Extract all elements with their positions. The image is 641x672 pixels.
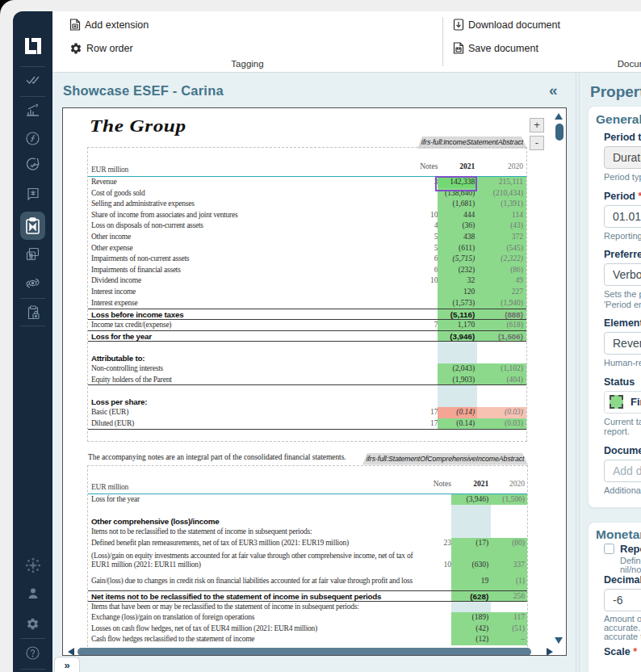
scroll-down-arrow[interactable] bbox=[555, 637, 563, 644]
value-2021[interactable]: 444 bbox=[438, 210, 477, 221]
sidebar-item-formula[interactable] bbox=[13, 128, 52, 149]
value-2020[interactable]: 227 bbox=[477, 287, 526, 298]
value-2021[interactable]: (628) bbox=[451, 591, 491, 601]
value-2020[interactable]: 215,111 bbox=[477, 177, 526, 188]
element-label-input[interactable]: Revenue bbox=[604, 332, 641, 355]
value-2020[interactable]: (1) bbox=[491, 576, 527, 590]
sidebar-item-clipboard-lock[interactable] bbox=[13, 302, 52, 323]
value-2020[interactable]: – bbox=[491, 634, 527, 645]
panel-splitter[interactable] bbox=[576, 73, 576, 672]
zoom-out-button[interactable]: - bbox=[530, 136, 544, 150]
value-2020[interactable]: (80) bbox=[491, 538, 527, 549]
value-2020[interactable]: (545) bbox=[477, 243, 526, 254]
value-2021[interactable]: 438 bbox=[438, 232, 477, 243]
value-2020[interactable]: 49 bbox=[477, 275, 526, 287]
value-2021[interactable]: (3,946) bbox=[451, 494, 491, 506]
value-2020[interactable]: 117 bbox=[491, 612, 527, 624]
save-document-button[interactable]: Save document bbox=[453, 42, 538, 54]
scroll-up-arrow[interactable] bbox=[555, 113, 563, 120]
documentation-input[interactable]: Add documentation bbox=[604, 460, 641, 482]
panel-splitter[interactable] bbox=[579, 73, 580, 672]
value-2020[interactable]: (86) bbox=[477, 265, 526, 276]
value-2021[interactable]: (0.14) bbox=[438, 418, 477, 429]
value-2021[interactable]: (611) bbox=[438, 243, 477, 254]
value-2020[interactable]: (2,322) bbox=[477, 254, 526, 265]
vertical-scrollbar-thumb[interactable] bbox=[555, 124, 563, 141]
period-type-input[interactable]: Duration bbox=[604, 146, 641, 169]
value-2021[interactable]: (2,043) bbox=[438, 363, 477, 375]
value-2021[interactable]: (5,116) bbox=[438, 309, 477, 319]
row-notes bbox=[422, 527, 451, 538]
value-2021[interactable]: (1,903) bbox=[438, 375, 477, 385]
value-2021[interactable]: (12) bbox=[451, 634, 491, 645]
row-label: Cost of goods sold bbox=[88, 188, 413, 200]
preferred-label-select[interactable]: Verbose bbox=[604, 263, 641, 286]
value-2021[interactable]: (630) bbox=[451, 548, 491, 570]
value-2021[interactable]: (3,946) bbox=[438, 331, 477, 341]
zoom-in-button[interactable]: + bbox=[530, 118, 544, 132]
value-2021[interactable]: (138,640) bbox=[438, 188, 477, 200]
sidebar-item-tagged-document[interactable] bbox=[13, 216, 52, 237]
value-2021[interactable]: (36) bbox=[438, 220, 477, 232]
sidebar-item-print-copy[interactable] bbox=[13, 243, 52, 264]
unit-header: EUR million bbox=[88, 165, 413, 176]
value-2020[interactable]: (618) bbox=[477, 320, 526, 331]
value-2021[interactable]: 32 bbox=[438, 275, 477, 287]
value-2021[interactable]: 19 bbox=[451, 576, 491, 590]
report-as-nil-checkbox[interactable] bbox=[604, 544, 614, 554]
value-2020[interactable]: (404) bbox=[477, 375, 526, 385]
value-2021[interactable]: (189) bbox=[451, 612, 491, 624]
tag-chip-comprehensive-income[interactable]: ifrs-full:StatementOfComprehensiveIncome… bbox=[362, 453, 528, 465]
value-2020[interactable]: 256 bbox=[491, 591, 527, 601]
value-2021[interactable]: 142,338 bbox=[438, 177, 477, 188]
period-input[interactable]: 01.01.2021 - 31.12.2021 bbox=[604, 205, 641, 228]
value-2020[interactable]: (888) bbox=[477, 309, 526, 319]
sidebar-divider bbox=[20, 326, 45, 326]
value-2020[interactable]: (1,940) bbox=[477, 298, 526, 309]
value-2020[interactable]: (0.03) bbox=[477, 418, 526, 429]
decimals-input[interactable]: -6 bbox=[604, 589, 641, 611]
bottom-panel-expander[interactable]: » bbox=[54, 657, 80, 672]
sidebar-item-ai-sparkle[interactable] bbox=[13, 555, 52, 576]
comprehensive-income-table: EUR millionNotes20212020Loss for the yea… bbox=[88, 479, 527, 645]
value-2020[interactable]: 372 bbox=[477, 232, 526, 243]
value-2020[interactable]: (1,391) bbox=[477, 199, 526, 210]
value-2021[interactable]: (5,715) bbox=[438, 254, 477, 265]
sidebar-item-settings-gear[interactable] bbox=[13, 613, 52, 634]
row-order-button[interactable]: Row order bbox=[69, 42, 133, 54]
value-2020[interactable]: 114 bbox=[477, 210, 526, 221]
sidebar-item-double-check[interactable] bbox=[13, 69, 52, 90]
value-2021[interactable]: 120 bbox=[438, 287, 477, 298]
scroll-left-arrow[interactable] bbox=[68, 648, 74, 656]
toolbar: Add extension Row order Tagging Download… bbox=[52, 11, 641, 73]
value-2020[interactable]: (1,506) bbox=[477, 331, 526, 341]
add-extension-button[interactable]: Add extension bbox=[69, 19, 149, 31]
value-2020[interactable]: (43) bbox=[477, 220, 526, 232]
sidebar-item-review-eye[interactable] bbox=[13, 272, 52, 293]
sidebar-item-comment-star[interactable] bbox=[13, 183, 52, 204]
sidebar-item-user[interactable] bbox=[13, 583, 52, 604]
value-2020[interactable]: (51) bbox=[491, 624, 527, 635]
value-2021[interactable]: (42) bbox=[451, 624, 491, 635]
download-document-button[interactable]: Download document bbox=[453, 19, 560, 31]
horizontal-scrollbar-thumb[interactable] bbox=[78, 648, 531, 656]
value-2020[interactable]: (1,102) bbox=[477, 363, 526, 375]
value-2021[interactable]: (1,681) bbox=[438, 199, 477, 210]
value-2020[interactable]: (1,506) bbox=[491, 494, 527, 506]
sidebar-item-gauge[interactable] bbox=[13, 153, 52, 174]
value-2020[interactable]: (0.03) bbox=[477, 407, 526, 418]
collapse-panel-icon[interactable]: « bbox=[549, 84, 558, 97]
value-2021[interactable]: (1,573) bbox=[438, 298, 477, 309]
row-notes bbox=[413, 287, 438, 298]
value-2021[interactable]: 1,170 bbox=[438, 320, 477, 331]
value-2020[interactable]: (210,434) bbox=[477, 188, 526, 200]
value-2021[interactable]: (232) bbox=[438, 265, 477, 276]
scroll-right-arrow[interactable] bbox=[547, 648, 553, 656]
decimals-help: Amount of decimals to which the value is… bbox=[604, 615, 641, 642]
value-2021[interactable]: (0.14) bbox=[438, 407, 477, 418]
sidebar-item-help[interactable] bbox=[13, 642, 52, 663]
sidebar-item-bar-chart[interactable] bbox=[13, 99, 52, 120]
value-2021[interactable]: (17) bbox=[451, 538, 491, 549]
value-2020[interactable]: 337 bbox=[491, 548, 527, 570]
row-notes: 5 bbox=[413, 232, 438, 243]
